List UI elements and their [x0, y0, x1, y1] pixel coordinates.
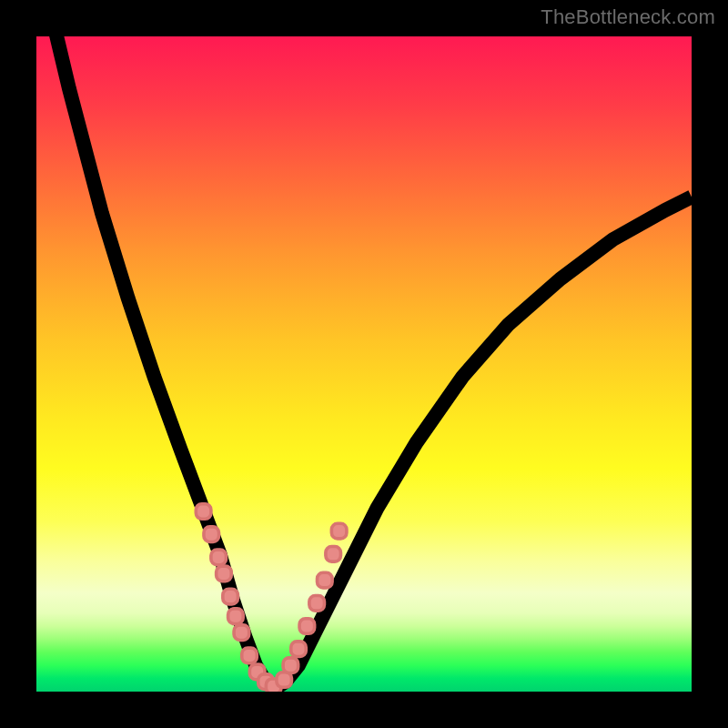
highlight-point [299, 619, 315, 634]
highlight-point [228, 609, 244, 624]
marker-group [196, 504, 347, 692]
highlight-point [283, 658, 298, 673]
highlight-point [291, 642, 307, 657]
watermark-text: TheBottleneck.com [541, 5, 715, 29]
highlight-point [217, 566, 232, 581]
highlight-point [326, 547, 341, 562]
highlight-point [234, 625, 249, 641]
highlight-point [309, 596, 325, 612]
highlight-point [331, 523, 347, 539]
highlight-point [223, 589, 238, 604]
highlight-point [318, 572, 333, 588]
curve-svg [36, 36, 692, 692]
plot-area [36, 36, 692, 692]
highlight-point [242, 648, 258, 663]
chart-frame: TheBottleneck.com [0, 0, 728, 728]
bottleneck-curve [36, 36, 692, 688]
highlight-point [204, 527, 219, 542]
highlight-point [211, 550, 227, 565]
highlight-point [196, 504, 211, 520]
